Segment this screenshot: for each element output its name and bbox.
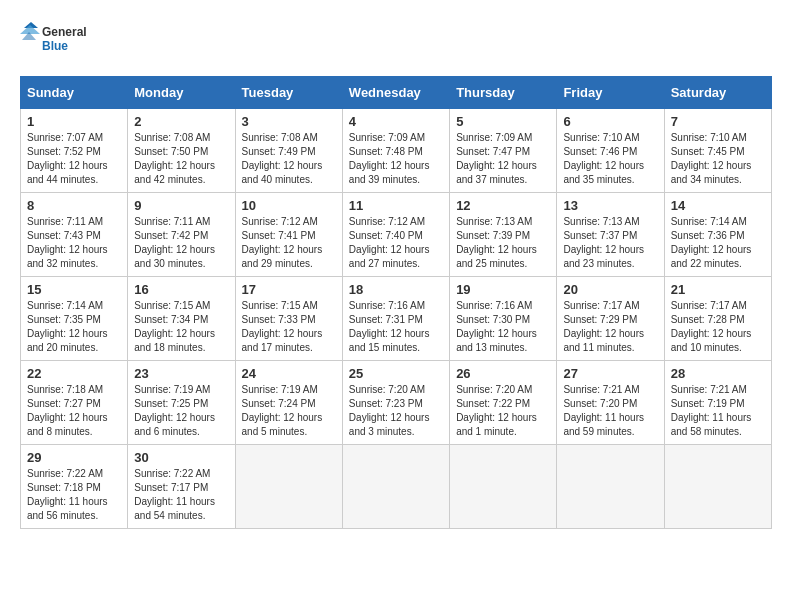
- day-info: Sunrise: 7:21 AMSunset: 7:20 PMDaylight:…: [563, 383, 657, 439]
- day-number: 12: [456, 198, 550, 213]
- calendar-cell: 18Sunrise: 7:16 AMSunset: 7:31 PMDayligh…: [342, 277, 449, 361]
- day-info: Sunrise: 7:07 AMSunset: 7:52 PMDaylight:…: [27, 131, 121, 187]
- calendar-cell: [664, 445, 771, 529]
- day-info: Sunrise: 7:19 AMSunset: 7:25 PMDaylight:…: [134, 383, 228, 439]
- day-info: Sunrise: 7:14 AMSunset: 7:36 PMDaylight:…: [671, 215, 765, 271]
- day-number: 2: [134, 114, 228, 129]
- calendar-cell: 5Sunrise: 7:09 AMSunset: 7:47 PMDaylight…: [450, 109, 557, 193]
- day-info: Sunrise: 7:08 AMSunset: 7:50 PMDaylight:…: [134, 131, 228, 187]
- calendar-table: SundayMondayTuesdayWednesdayThursdayFrid…: [20, 76, 772, 529]
- calendar-week-4: 22Sunrise: 7:18 AMSunset: 7:27 PMDayligh…: [21, 361, 772, 445]
- svg-marker-3: [20, 25, 40, 34]
- day-info: Sunrise: 7:11 AMSunset: 7:43 PMDaylight:…: [27, 215, 121, 271]
- header-wednesday: Wednesday: [342, 77, 449, 109]
- day-info: Sunrise: 7:21 AMSunset: 7:19 PMDaylight:…: [671, 383, 765, 439]
- header-friday: Friday: [557, 77, 664, 109]
- calendar-cell: 29Sunrise: 7:22 AMSunset: 7:18 PMDayligh…: [21, 445, 128, 529]
- day-number: 18: [349, 282, 443, 297]
- calendar-cell: 14Sunrise: 7:14 AMSunset: 7:36 PMDayligh…: [664, 193, 771, 277]
- calendar-week-5: 29Sunrise: 7:22 AMSunset: 7:18 PMDayligh…: [21, 445, 772, 529]
- calendar-cell: 6Sunrise: 7:10 AMSunset: 7:46 PMDaylight…: [557, 109, 664, 193]
- calendar-cell: 16Sunrise: 7:15 AMSunset: 7:34 PMDayligh…: [128, 277, 235, 361]
- calendar-cell: 7Sunrise: 7:10 AMSunset: 7:45 PMDaylight…: [664, 109, 771, 193]
- day-number: 24: [242, 366, 336, 381]
- day-number: 1: [27, 114, 121, 129]
- logo: General Blue: [20, 20, 90, 60]
- day-number: 28: [671, 366, 765, 381]
- day-number: 27: [563, 366, 657, 381]
- svg-text:Blue: Blue: [42, 39, 68, 53]
- calendar-cell: 23Sunrise: 7:19 AMSunset: 7:25 PMDayligh…: [128, 361, 235, 445]
- calendar-cell: 8Sunrise: 7:11 AMSunset: 7:43 PMDaylight…: [21, 193, 128, 277]
- calendar-cell: 22Sunrise: 7:18 AMSunset: 7:27 PMDayligh…: [21, 361, 128, 445]
- day-info: Sunrise: 7:13 AMSunset: 7:37 PMDaylight:…: [563, 215, 657, 271]
- page-header: General Blue: [20, 20, 772, 60]
- day-number: 7: [671, 114, 765, 129]
- calendar-cell: 9Sunrise: 7:11 AMSunset: 7:42 PMDaylight…: [128, 193, 235, 277]
- day-info: Sunrise: 7:10 AMSunset: 7:46 PMDaylight:…: [563, 131, 657, 187]
- day-info: Sunrise: 7:22 AMSunset: 7:18 PMDaylight:…: [27, 467, 121, 523]
- calendar-cell: 24Sunrise: 7:19 AMSunset: 7:24 PMDayligh…: [235, 361, 342, 445]
- calendar-cell: 15Sunrise: 7:14 AMSunset: 7:35 PMDayligh…: [21, 277, 128, 361]
- header-saturday: Saturday: [664, 77, 771, 109]
- day-info: Sunrise: 7:19 AMSunset: 7:24 PMDaylight:…: [242, 383, 336, 439]
- day-number: 6: [563, 114, 657, 129]
- day-number: 8: [27, 198, 121, 213]
- day-info: Sunrise: 7:17 AMSunset: 7:29 PMDaylight:…: [563, 299, 657, 355]
- day-info: Sunrise: 7:16 AMSunset: 7:31 PMDaylight:…: [349, 299, 443, 355]
- day-number: 15: [27, 282, 121, 297]
- day-info: Sunrise: 7:15 AMSunset: 7:33 PMDaylight:…: [242, 299, 336, 355]
- day-number: 16: [134, 282, 228, 297]
- day-number: 9: [134, 198, 228, 213]
- day-info: Sunrise: 7:16 AMSunset: 7:30 PMDaylight:…: [456, 299, 550, 355]
- day-number: 11: [349, 198, 443, 213]
- calendar-cell: 13Sunrise: 7:13 AMSunset: 7:37 PMDayligh…: [557, 193, 664, 277]
- day-number: 30: [134, 450, 228, 465]
- day-info: Sunrise: 7:09 AMSunset: 7:47 PMDaylight:…: [456, 131, 550, 187]
- day-info: Sunrise: 7:12 AMSunset: 7:41 PMDaylight:…: [242, 215, 336, 271]
- calendar-cell: 26Sunrise: 7:20 AMSunset: 7:22 PMDayligh…: [450, 361, 557, 445]
- calendar-cell: 3Sunrise: 7:08 AMSunset: 7:49 PMDaylight…: [235, 109, 342, 193]
- calendar-cell: [235, 445, 342, 529]
- calendar-cell: 17Sunrise: 7:15 AMSunset: 7:33 PMDayligh…: [235, 277, 342, 361]
- day-number: 10: [242, 198, 336, 213]
- day-info: Sunrise: 7:13 AMSunset: 7:39 PMDaylight:…: [456, 215, 550, 271]
- day-info: Sunrise: 7:09 AMSunset: 7:48 PMDaylight:…: [349, 131, 443, 187]
- day-info: Sunrise: 7:20 AMSunset: 7:23 PMDaylight:…: [349, 383, 443, 439]
- calendar-cell: 30Sunrise: 7:22 AMSunset: 7:17 PMDayligh…: [128, 445, 235, 529]
- calendar-cell: 4Sunrise: 7:09 AMSunset: 7:48 PMDaylight…: [342, 109, 449, 193]
- day-number: 3: [242, 114, 336, 129]
- calendar-cell: 25Sunrise: 7:20 AMSunset: 7:23 PMDayligh…: [342, 361, 449, 445]
- calendar-cell: 20Sunrise: 7:17 AMSunset: 7:29 PMDayligh…: [557, 277, 664, 361]
- day-info: Sunrise: 7:10 AMSunset: 7:45 PMDaylight:…: [671, 131, 765, 187]
- day-number: 4: [349, 114, 443, 129]
- calendar-week-2: 8Sunrise: 7:11 AMSunset: 7:43 PMDaylight…: [21, 193, 772, 277]
- calendar-cell: 19Sunrise: 7:16 AMSunset: 7:30 PMDayligh…: [450, 277, 557, 361]
- day-number: 25: [349, 366, 443, 381]
- calendar-week-1: 1Sunrise: 7:07 AMSunset: 7:52 PMDaylight…: [21, 109, 772, 193]
- header-tuesday: Tuesday: [235, 77, 342, 109]
- calendar-cell: [450, 445, 557, 529]
- day-info: Sunrise: 7:11 AMSunset: 7:42 PMDaylight:…: [134, 215, 228, 271]
- day-number: 19: [456, 282, 550, 297]
- calendar-cell: 21Sunrise: 7:17 AMSunset: 7:28 PMDayligh…: [664, 277, 771, 361]
- day-number: 5: [456, 114, 550, 129]
- day-info: Sunrise: 7:15 AMSunset: 7:34 PMDaylight:…: [134, 299, 228, 355]
- day-info: Sunrise: 7:14 AMSunset: 7:35 PMDaylight:…: [27, 299, 121, 355]
- day-number: 26: [456, 366, 550, 381]
- calendar-header-row: SundayMondayTuesdayWednesdayThursdayFrid…: [21, 77, 772, 109]
- day-number: 23: [134, 366, 228, 381]
- calendar-cell: 1Sunrise: 7:07 AMSunset: 7:52 PMDaylight…: [21, 109, 128, 193]
- calendar-cell: 12Sunrise: 7:13 AMSunset: 7:39 PMDayligh…: [450, 193, 557, 277]
- day-number: 14: [671, 198, 765, 213]
- day-info: Sunrise: 7:20 AMSunset: 7:22 PMDaylight:…: [456, 383, 550, 439]
- day-info: Sunrise: 7:22 AMSunset: 7:17 PMDaylight:…: [134, 467, 228, 523]
- calendar-cell: 27Sunrise: 7:21 AMSunset: 7:20 PMDayligh…: [557, 361, 664, 445]
- header-sunday: Sunday: [21, 77, 128, 109]
- day-info: Sunrise: 7:08 AMSunset: 7:49 PMDaylight:…: [242, 131, 336, 187]
- calendar-cell: [342, 445, 449, 529]
- day-info: Sunrise: 7:18 AMSunset: 7:27 PMDaylight:…: [27, 383, 121, 439]
- day-number: 22: [27, 366, 121, 381]
- svg-text:General: General: [42, 25, 87, 39]
- day-number: 13: [563, 198, 657, 213]
